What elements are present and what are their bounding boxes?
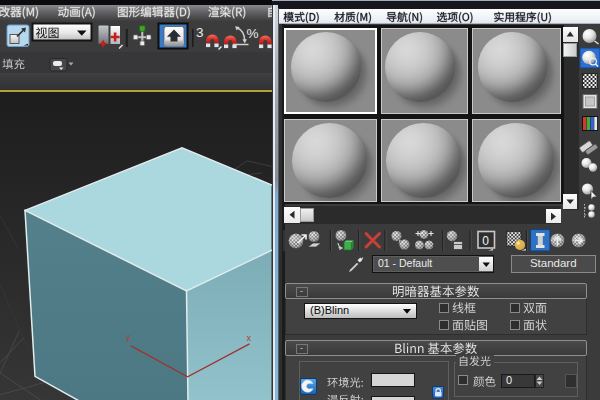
- svg-text:y: y: [126, 332, 131, 342]
- svg-text:3: 3: [196, 25, 204, 40]
- svg-text:0: 0: [482, 234, 489, 248]
- svg-text:x: x: [247, 333, 252, 343]
- svg-text:%: %: [247, 26, 259, 41]
